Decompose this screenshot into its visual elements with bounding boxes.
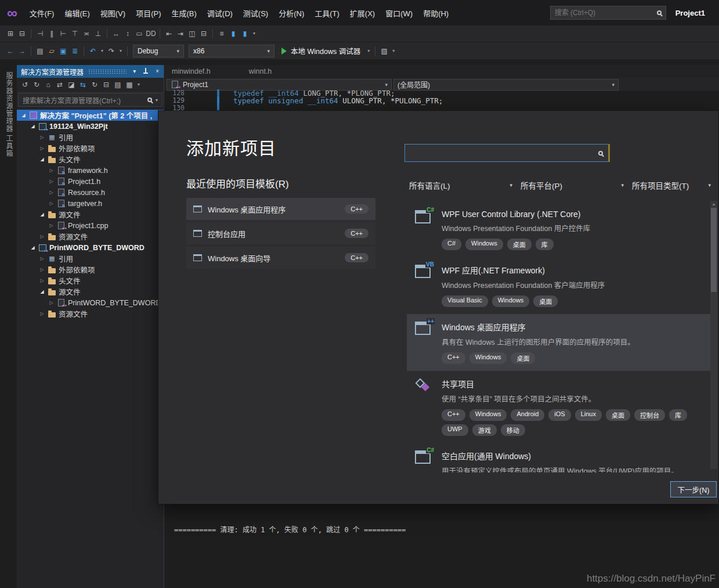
next-button[interactable]: 下一步(N) (670, 481, 717, 497)
menu-item[interactable]: 文件(F) (24, 5, 60, 21)
snap-to-grid-icon[interactable]: ⊟ (17, 28, 27, 39)
tree-item[interactable]: ▷引用 (17, 132, 164, 143)
menu-item[interactable]: 帮助(H) (418, 5, 454, 21)
menu-item[interactable]: 窗口(W) (380, 5, 418, 21)
recent-template-item[interactable]: 控制台应用C++ (186, 222, 375, 244)
redo-icon[interactable]: ↷ (106, 46, 117, 56)
solution-configuration-dropdown[interactable]: Debug ▾ (133, 45, 184, 57)
tree-item[interactable]: ▷资源文件 (17, 231, 164, 242)
scrollbar-thumb[interactable] (711, 208, 717, 292)
sidebar-tab-server-explorer[interactable]: 服务器资源管理器 (4, 72, 14, 132)
horizontal-spacing-icon[interactable]: ⇤ (164, 28, 174, 39)
next-bookmark-icon[interactable]: ▮ (240, 28, 250, 39)
menu-item[interactable]: 工具(T) (309, 5, 345, 21)
back-circle-icon[interactable]: ↺ (20, 80, 30, 90)
template-list-item[interactable]: VBWPF 应用(.NET Framework)Windows Presenta… (407, 257, 711, 314)
redo-dropdown-icon[interactable]: ▾ (118, 46, 124, 56)
tree-item[interactable]: ◢191124_Win32Pjt (17, 121, 164, 132)
tree-item[interactable]: ▷引用 (17, 253, 164, 264)
tree-item[interactable]: ▷资源文件 (17, 308, 164, 319)
vertical-spacing-icon[interactable]: ⇥ (175, 28, 186, 39)
tab-winnt[interactable]: winnt.h (242, 66, 279, 77)
quick-launch-search[interactable] (550, 6, 666, 20)
solution-explorer-header[interactable]: 解决方案资源管理器 ▾ × (17, 65, 164, 78)
close-icon[interactable]: × (154, 68, 161, 74)
collapse-expander-icon[interactable]: ◢ (39, 212, 45, 217)
new-project-icon[interactable]: ▤ (35, 46, 45, 56)
expand-expander-icon[interactable]: ▷ (48, 190, 55, 195)
collapse-expander-icon[interactable]: ◢ (20, 113, 27, 118)
menu-item[interactable]: 视图(V) (95, 5, 131, 21)
profiler-icon[interactable]: ▨ (379, 46, 389, 56)
make-same-height-icon[interactable]: ↕ (122, 28, 133, 39)
toolbar-overflow-icon[interactable]: ▾ (136, 80, 142, 90)
template-list-item[interactable]: C#WPF User Control Library (.NET Core)Wi… (407, 203, 711, 257)
start-debugging-button[interactable]: 本地 Windows 调试器 (277, 44, 365, 58)
window-position-chevron-icon[interactable]: ▾ (131, 68, 138, 74)
expand-expander-icon[interactable]: ▷ (48, 179, 55, 184)
tree-item[interactable]: ◢头文件 (17, 154, 164, 165)
show-grid-icon[interactable]: ⊞ (5, 28, 16, 39)
make-same-size-icon[interactable]: ▭ (134, 28, 144, 39)
collapse-expander-icon[interactable]: ◢ (30, 124, 36, 129)
run-dropdown-icon[interactable]: ▾ (366, 46, 371, 56)
language-filter-dropdown[interactable]: 所有语言(L)▾ (409, 179, 521, 191)
template-list-item[interactable]: C#空白应用(通用 Windows)用于没有预定义控件或布局的单页通用 Wind… (407, 443, 711, 472)
make-same-width-icon[interactable]: ↔ (111, 28, 121, 39)
profiler-dropdown-icon[interactable]: ▾ (391, 46, 396, 56)
align-rights-icon[interactable]: ⊢ (58, 28, 68, 39)
collapse-expander-icon[interactable]: ◢ (30, 245, 36, 250)
align-tops-icon[interactable]: ⊤ (70, 28, 80, 39)
solution-platform-dropdown[interactable]: x86 ▾ (189, 45, 274, 57)
sidebar-tab-toolbox[interactable]: 工具箱 (4, 135, 14, 157)
expand-expander-icon[interactable]: ▷ (39, 256, 45, 261)
undo-dropdown-icon[interactable]: ▾ (99, 46, 105, 56)
center-vertically-icon[interactable]: ⊟ (198, 28, 209, 39)
template-list-item[interactable]: 共享项目使用 “共享条目” 项目在多个项目之间共享文件。C++WindowsAn… (407, 371, 711, 443)
expand-expander-icon[interactable]: ▷ (39, 278, 45, 283)
pending-changes-filter-icon[interactable]: ◪ (66, 80, 77, 90)
template-search-box[interactable] (404, 144, 610, 162)
tree-item[interactable]: ▷Project1.cpp (17, 220, 164, 231)
template-list-item[interactable]: ++Windows 桌面应用程序具有在 Windows 上运行的图形用户界面的应… (407, 314, 711, 371)
center-horizontally-icon[interactable]: ◫ (187, 28, 197, 39)
pin-button[interactable] (141, 68, 150, 75)
align-middles-icon[interactable]: ≍ (81, 28, 92, 39)
navigate-forward-icon[interactable]: → (17, 46, 27, 56)
menu-item[interactable]: 编辑(E) (59, 5, 95, 21)
bookmark-icon[interactable]: ▮ (228, 28, 239, 39)
expand-expander-icon[interactable]: ▷ (48, 300, 55, 305)
save-icon[interactable]: ▣ (58, 46, 68, 56)
navigate-back-icon[interactable]: ← (5, 46, 16, 56)
collapse-all-icon[interactable]: ⊟ (101, 80, 111, 90)
tree-item[interactable]: ▷PrintWORD_BYTE_DWORD (17, 297, 164, 308)
expand-expander-icon[interactable]: ▷ (39, 234, 45, 239)
tree-item[interactable]: ▷Project1.h (17, 176, 164, 187)
collapse-expander-icon[interactable]: ◢ (39, 157, 45, 162)
tree-item[interactable]: ▷外部依赖项 (17, 143, 164, 154)
sync-with-active-document-icon[interactable]: ⇆ (78, 80, 88, 90)
expand-expander-icon[interactable]: ▷ (48, 223, 55, 228)
forward-circle-icon[interactable]: ↻ (31, 80, 42, 90)
menu-item[interactable]: 生成(B) (166, 5, 201, 21)
platform-filter-dropdown[interactable]: 所有平台(P)▾ (521, 179, 632, 191)
align-centers-icon[interactable]: ∥ (46, 28, 57, 39)
collapse-expander-icon[interactable]: ◢ (39, 289, 45, 294)
tree-item[interactable]: ◢PrintWORD_BYTE_DWORD (17, 242, 164, 253)
menu-item[interactable]: 项目(P) (131, 5, 166, 21)
menu-item[interactable]: 调试(D) (202, 5, 238, 21)
switch-views-icon[interactable]: ⇄ (55, 80, 65, 90)
expand-expander-icon[interactable]: ▷ (39, 267, 45, 272)
tree-item[interactable]: ◢源文件 (17, 286, 164, 297)
expand-expander-icon[interactable]: ▷ (39, 311, 45, 316)
menu-item[interactable]: 测试(S) (238, 5, 273, 21)
tree-item[interactable]: ▷Resource.h (17, 187, 164, 198)
tree-item[interactable]: ▷framework.h (17, 165, 164, 176)
properties-icon[interactable]: ▦ (124, 80, 135, 90)
scroll-up-icon[interactable]: ▲ (710, 201, 717, 207)
tree-item[interactable]: ◢源文件 (17, 209, 164, 220)
size-to-grid-icon[interactable]: DD (146, 28, 156, 39)
code-view[interactable]: 128typedef __int64 LONG_PTR, *PLONG_PTR;… (165, 91, 719, 110)
save-all-icon[interactable]: ≣ (70, 46, 80, 56)
align-bottoms-icon[interactable]: ⊥ (93, 28, 103, 39)
